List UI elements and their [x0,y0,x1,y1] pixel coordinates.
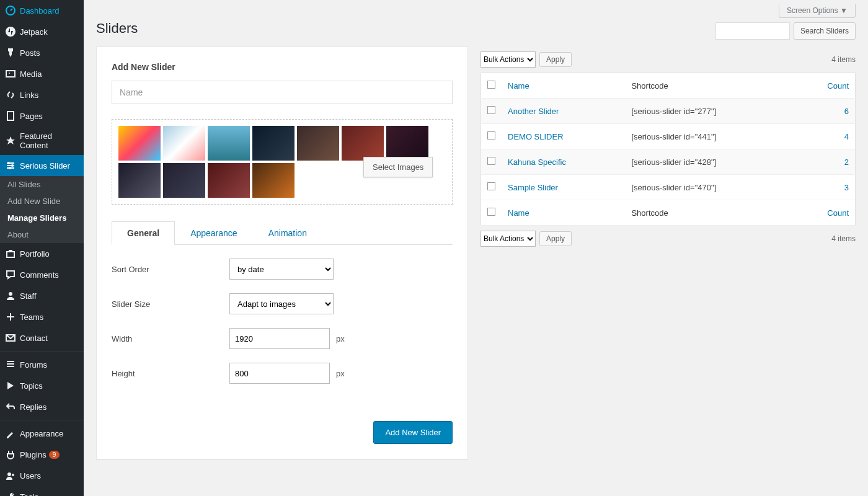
slide-thumbnail[interactable] [208,163,250,198]
slide-thumbnail[interactable] [163,163,205,198]
sidebar-item-label: Media [20,69,42,79]
svg-point-1 [6,27,16,37]
sidebar-item-serious-slider[interactable]: Serious Slider [0,155,84,176]
row-checkbox[interactable] [487,182,495,190]
sidebar-item-appearance[interactable]: Appearance [0,423,84,444]
submenu-item-all-slides[interactable]: All Slides [0,176,84,193]
slide-thumbnail[interactable] [386,126,428,161]
col-shortcode: Shortcode [625,73,795,99]
slider-size-select[interactable]: Adapt to images [229,293,334,314]
slide-thumbnail[interactable] [118,126,161,161]
sidebar-item-contact[interactable]: Contact [0,327,84,348]
slider-name-link[interactable]: Kahuna Specific [508,157,566,167]
sidebar-item-pages[interactable]: Pages [0,105,84,126]
count-link[interactable]: 4 [844,132,849,141]
shortcode-cell: [serious-slider id="277"] [625,99,795,124]
slide-thumbnail[interactable] [297,126,339,161]
slider-name-link[interactable]: DEMO SLIDER [508,132,564,141]
count-link[interactable]: 2 [844,157,849,167]
slide-thumbnail[interactable] [342,126,384,161]
slide-thumbnail[interactable] [118,163,161,198]
sidebar-item-jetpack[interactable]: Jetpack [0,21,84,42]
sidebar-item-users[interactable]: Users [0,465,84,486]
count-link[interactable]: 6 [844,107,849,116]
sidebar-item-posts[interactable]: Posts [0,42,84,63]
sidebar-item-label: Serious Slider [20,161,70,170]
sidebar-item-topics[interactable]: Topics [0,375,84,396]
media-dropzone[interactable]: Select Images [112,119,453,205]
select-all-checkbox-bottom[interactable] [487,208,495,216]
sidebar-item-label: Topics [20,381,43,391]
row-checkbox[interactable] [487,106,495,114]
height-input[interactable] [229,363,330,384]
submenu-item-add-new-slide[interactable]: Add New Slide [0,193,84,210]
svg-point-5 [7,162,10,164]
add-slider-heading: Add New Slider [112,62,453,72]
bulk-actions-select-top[interactable]: Bulk Actions [480,51,536,68]
select-images-button[interactable]: Select Images [363,157,433,177]
sidebar-item-teams[interactable]: Teams [0,306,84,327]
sidebar-item-label: Comments [20,270,59,280]
svg-rect-2 [6,71,15,77]
sidebar-item-featured-content[interactable]: Featured Content [0,126,84,155]
tab-general[interactable]: General [112,221,175,245]
slider-size-label: Slider Size [112,299,229,309]
row-checkbox[interactable] [487,157,495,165]
sidebar-item-comments[interactable]: Comments [0,264,84,285]
apply-button-top[interactable]: Apply [539,52,572,67]
link-icon [5,89,16,100]
sidebar-item-plugins[interactable]: Plugins9 [0,444,84,465]
slide-thumbnail[interactable] [252,126,294,161]
sidebar-item-media[interactable]: Media [0,63,84,84]
sidebar-item-dashboard[interactable]: Dashboard [0,0,84,21]
slider-name-link[interactable]: Another Slider [508,107,559,116]
sidebar-item-label: Posts [20,48,40,58]
sidebar-item-tools[interactable]: Tools [0,486,84,496]
slide-thumbnail[interactable] [163,126,205,161]
select-all-checkbox[interactable] [487,81,495,89]
sort-order-select[interactable]: by date [229,259,334,280]
page-icon [5,110,16,122]
slider-name-input[interactable] [112,81,453,104]
count-link[interactable]: 3 [844,183,849,192]
col-count-foot[interactable]: Count [795,200,856,226]
sidebar-item-staff[interactable]: Staff [0,285,84,306]
sidebar-item-label: Pages [20,112,43,121]
col-count[interactable]: Count [795,73,856,99]
bulk-actions-select-bottom[interactable]: Bulk Actions [480,231,536,247]
update-badge: 9 [49,451,60,459]
search-input[interactable] [715,22,790,40]
tab-animation[interactable]: Animation [253,221,322,245]
screen-options-toggle[interactable]: Screen Options ▼ [779,4,856,18]
sidebar-item-forums[interactable]: Forums [0,354,84,375]
shortcode-cell: [serious-slider id="428"] [625,149,795,175]
slide-thumbnail[interactable] [252,163,294,198]
col-name-foot[interactable]: Name [502,200,625,226]
slider-name-link[interactable]: Sample Slider [508,183,558,192]
jetpack-icon [5,26,16,37]
plugin-icon [5,449,16,460]
sidebar-item-label: Plugins [20,450,46,459]
tab-appearance[interactable]: Appearance [175,221,253,245]
svg-point-12 [12,474,14,476]
sidebar-item-links[interactable]: Links [0,84,84,105]
submenu-item-about[interactable]: About [0,226,84,243]
submenu-item-manage-sliders[interactable]: Manage Sliders [0,210,84,226]
add-new-slider-button[interactable]: Add New Slider [373,421,453,444]
row-checkbox[interactable] [487,131,495,140]
slide-thumbnail[interactable] [208,126,250,161]
sliders-table: Name Shortcode Count Another Slider[seri… [480,73,856,226]
apply-button-bottom[interactable]: Apply [539,231,572,246]
users-icon [5,470,16,481]
svg-rect-4 [7,112,14,120]
sidebar-item-label: Contact [20,334,48,343]
admin-sidebar: DashboardJetpackPostsMediaLinksPagesFeat… [0,0,84,496]
svg-point-11 [7,472,11,476]
col-name[interactable]: Name [502,73,625,99]
sort-order-label: Sort Order [112,265,229,274]
width-input[interactable] [229,328,330,349]
sidebar-item-portfolio[interactable]: Portfolio [0,243,84,264]
search-sliders-button[interactable]: Search Sliders [794,22,856,40]
sidebar-item-replies[interactable]: Replies [0,396,84,417]
topics-icon [5,380,16,391]
